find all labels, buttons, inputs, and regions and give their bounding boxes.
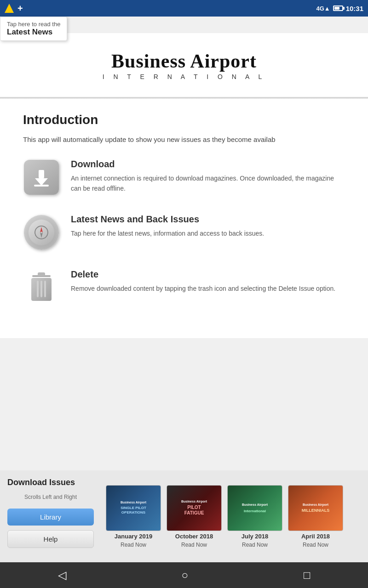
status-bar-right: 4G▲ 10:31 — [316, 5, 363, 12]
svg-rect-7 — [38, 272, 45, 276]
compass-icon-wrapper — [23, 214, 60, 251]
status-bar-left: + — [5, 3, 23, 14]
logo-title: Business Airport — [103, 50, 266, 72]
latest-news-description: Tap here for the latest news, informatio… — [71, 228, 264, 238]
svg-marker-5 — [40, 232, 43, 238]
feature-download: Download An internet connection is requi… — [23, 159, 345, 196]
compass-inner — [29, 220, 54, 245]
library-button[interactable]: Library — [7, 509, 94, 526]
latest-news-feature-text: Latest News and Back Issues Tap here for… — [71, 214, 264, 238]
status-bar: + 4G▲ 10:31 — [0, 0, 368, 17]
download-icon-wrapper — [23, 159, 60, 196]
main-content: Introduction This app will automatically… — [0, 99, 368, 338]
back-button[interactable]: ◁ — [58, 569, 66, 582]
magazine-read-oct: Read Now — [181, 542, 207, 548]
magazine-cover-jan: Business Airport SINGLE PILOTOPERATIONS — [106, 485, 161, 531]
magazine-item-oct[interactable]: Business Airport PILOTFATIGUE October 20… — [167, 485, 222, 548]
magazine-read-jul: Read Now — [242, 542, 268, 548]
magazine-strip: Business Airport SINGLE PILOTOPERATIONS … — [101, 470, 368, 562]
home-button[interactable]: ○ — [182, 569, 189, 582]
battery-icon — [333, 6, 343, 11]
sidebar: Download Issues Scrolls Left and Right L… — [0, 470, 101, 562]
magazine-item-jan[interactable]: Business Airport SINGLE PILOTOPERATIONS … — [106, 485, 161, 548]
svg-marker-4 — [40, 227, 43, 232]
time-display: 10:31 — [346, 5, 363, 12]
svg-marker-1 — [35, 178, 48, 186]
notification-tap-text: Tap here to read the — [7, 21, 60, 28]
svg-rect-2 — [34, 185, 49, 187]
notification-banner[interactable]: Tap here to read the Latest News — [0, 17, 67, 41]
svg-rect-11 — [44, 281, 46, 297]
magazine-cover-apr: Business Airport MILLENNIALS — [288, 485, 343, 531]
magazine-title-jul: July 2018 — [242, 533, 269, 540]
intro-title: Introduction — [23, 113, 345, 127]
nav-bar: ◁ ○ □ — [0, 562, 368, 588]
mag-content-apr: Business Airport MILLENNIALS — [288, 486, 343, 531]
svg-rect-10 — [40, 281, 42, 297]
trash-icon-wrapper — [23, 269, 60, 306]
mag-content-jan: Business Airport SINGLE PILOTOPERATIONS — [106, 486, 161, 531]
intro-text: This app will automatically update to sh… — [23, 135, 345, 145]
magazine-read-apr: Read Now — [303, 542, 328, 548]
header: Business Airport I N T E R N A T I O N A… — [0, 33, 368, 97]
scrolls-text: Scrolls Left and Right — [7, 494, 94, 500]
svg-rect-0 — [39, 170, 44, 178]
magazine-title-apr: April 2018 — [301, 533, 330, 540]
download-issues-title: Download Issues — [7, 478, 94, 487]
notification-latest-news: Latest News — [7, 28, 60, 37]
logo-subtitle: I N T E R N A T I O N A L — [103, 73, 266, 80]
download-icon — [24, 160, 59, 195]
latest-news-title: Latest News and Back Issues — [71, 214, 264, 225]
delete-description: Remove downloaded content by tapping the… — [71, 283, 335, 294]
plus-icon: + — [17, 3, 23, 14]
logo: Business Airport I N T E R N A T I O N A… — [103, 50, 266, 80]
delete-title: Delete — [71, 269, 335, 280]
recent-button[interactable]: □ — [304, 569, 310, 582]
download-feature-text: Download An internet connection is requi… — [71, 159, 345, 194]
feature-delete: Delete Remove downloaded content by tapp… — [23, 269, 345, 306]
magazine-title-oct: October 2018 — [175, 533, 213, 540]
help-button[interactable]: Help — [7, 530, 94, 548]
signal-icon: 4G▲ — [316, 5, 330, 12]
mag-content-oct: Business Airport PILOTFATIGUE — [167, 486, 221, 531]
magazine-read-jan: Read Now — [121, 542, 146, 548]
svg-rect-9 — [37, 281, 39, 297]
trash-icon — [28, 271, 55, 304]
download-description: An internet connection is required to do… — [71, 173, 345, 194]
magazine-item-apr[interactable]: Business Airport MILLENNIALS April 2018 … — [288, 485, 343, 548]
magazine-title-jan: January 2019 — [115, 533, 152, 540]
mag-content-jul: Business Airport International — [228, 486, 282, 531]
delete-feature-text: Delete Remove downloaded content by tapp… — [71, 269, 335, 294]
magazine-item-jul[interactable]: Business Airport International July 2018… — [227, 485, 282, 548]
feature-latest-news: Latest News and Back Issues Tap here for… — [23, 214, 345, 251]
compass-icon — [24, 215, 59, 250]
download-title: Download — [71, 159, 345, 170]
bottom-section: Download Issues Scrolls Left and Right L… — [0, 470, 368, 562]
magazine-cover-jul: Business Airport International — [227, 485, 282, 531]
alert-icon — [5, 4, 14, 13]
magazine-cover-oct: Business Airport PILOTFATIGUE — [167, 485, 222, 531]
